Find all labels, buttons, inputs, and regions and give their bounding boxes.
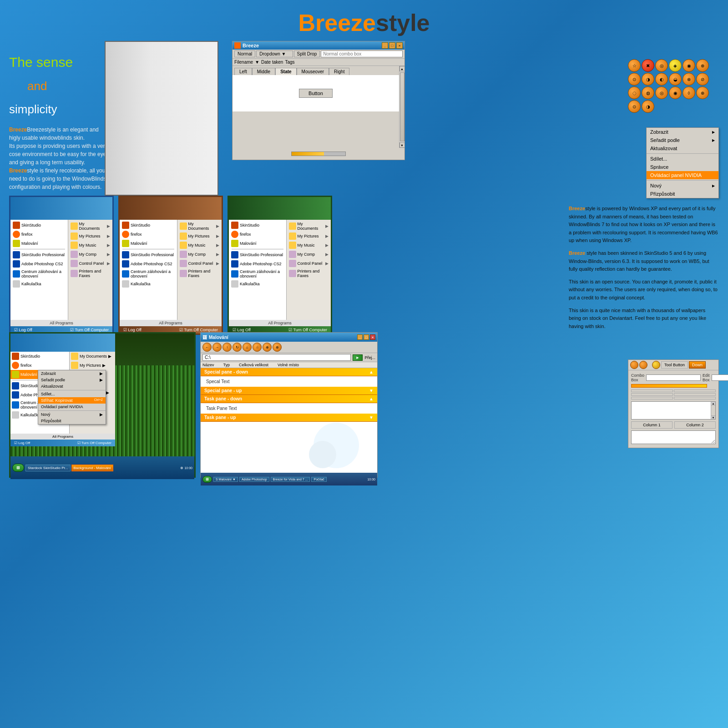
fm-start-btn[interactable]: ⊞	[202, 476, 212, 483]
fm-pane-special-up[interactable]: Special pane - up ▼	[201, 387, 377, 395]
ctx-spravce[interactable]: Správce	[647, 163, 718, 171]
fm-maximize-btn[interactable]: □	[364, 334, 369, 340]
tp-grid-btn2[interactable]	[674, 389, 716, 392]
sm-2-all-programs[interactable]: All Programs	[120, 320, 222, 326]
ctx-nvidia[interactable]: Ovládací panel NVIDIA	[647, 171, 718, 179]
sm-3-ss-pro[interactable]: SkinStudio Professional	[230, 250, 285, 259]
fm-refresh-btn[interactable]: ↻	[233, 343, 242, 352]
tp-scroll-thumb[interactable]	[711, 405, 715, 415]
ts-ctx-seradit[interactable]: Seřadit podle▶	[38, 377, 106, 383]
combo-input[interactable]	[321, 51, 403, 57]
sm-2-mydocs[interactable]: My Documents ▶	[178, 221, 221, 232]
ts-log-off[interactable]: ☑ Log Off	[14, 441, 30, 445]
ctx-novy[interactable]: Nový▶	[647, 182, 718, 190]
sm-2-ss-pro[interactable]: SkinStudio Professional	[121, 250, 176, 259]
tp-scroll-up[interactable]: ▲	[711, 402, 715, 405]
icon-15[interactable]: ◎	[655, 86, 668, 99]
ts-ctx-zobrazit[interactable]: Zobrazit▶	[38, 370, 106, 377]
tp-combo-input[interactable]	[646, 374, 701, 381]
tab-left[interactable]: Left	[234, 68, 252, 75]
icon-14[interactable]: ◍	[642, 86, 654, 99]
scroll-up-btn[interactable]: ▲	[399, 66, 405, 71]
fm-address-input[interactable]	[202, 354, 351, 361]
sm-printers[interactable]: Printers and Faxes	[69, 268, 111, 279]
sm-3-mypics[interactable]: My Pictures ▶	[288, 232, 330, 241]
sm-3-firefox[interactable]: firefox	[230, 230, 285, 239]
icon-8[interactable]: ◑	[642, 73, 654, 86]
fm-close-btn[interactable]: ×	[370, 334, 375, 340]
ctx-seradit[interactable]: Seřadit podle▶	[647, 136, 718, 144]
sm-kalk[interactable]: Kalkulačka	[11, 279, 67, 288]
ts-ctx-kategorie[interactable]: Sdílet...	[38, 391, 106, 397]
tp-textarea[interactable]	[631, 430, 716, 444]
sm-2-firefox[interactable]: firefox	[121, 230, 176, 239]
ts-sm-mydocs[interactable]: My Documents▶	[70, 352, 115, 361]
breeze-button[interactable]: Button	[299, 89, 333, 98]
ts-task-stardock[interactable]: Stardock SkinStudio Pr...	[25, 465, 71, 471]
sm-3-turn-off[interactable]: ☑ Turn Off Computer	[288, 328, 327, 332]
tp-scrollbar[interactable]: ▲ ▼	[711, 402, 715, 419]
fm-pane-task-down[interactable]: Task pane - down ▲	[201, 395, 377, 403]
sm-3-mycomp[interactable]: My Comp ▶	[288, 250, 330, 259]
maximize-btn[interactable]: □	[389, 42, 395, 49]
ts-ctx-kopirovat[interactable]: Stříhat: Kopirovat Ctrl+Z	[38, 397, 106, 404]
sm-3-photoshop[interactable]: Adobe Photoshop CS2	[230, 259, 285, 268]
tp-grid-btn6[interactable]	[674, 397, 716, 399]
icon-5[interactable]: ◉	[682, 59, 695, 72]
sm-turn-off[interactable]: ☑ Turn Off Computer	[70, 328, 109, 332]
tab-right[interactable]: Right	[329, 68, 349, 75]
fm-icon7[interactable]: ⊕	[263, 343, 272, 352]
ctx-aktualizovat[interactable]: Aktualizovat	[647, 144, 718, 152]
tp-tool-button[interactable]: Tool Button	[661, 361, 688, 369]
ts-turn-off[interactable]: ☑ Turn Off Computer	[77, 441, 111, 445]
icon-9[interactable]: ◐	[655, 73, 668, 86]
sm-3-malovani[interactable]: Malování	[230, 239, 285, 248]
sm-2-mymusic[interactable]: My Music ▶	[178, 241, 221, 250]
icon-20[interactable]: ◑	[642, 100, 654, 113]
ts-ctx-prizpusobit[interactable]: Přizpůsobit	[38, 418, 106, 424]
sm-3-ctrlpanel[interactable]: Control Panel ▶	[288, 259, 330, 268]
icon-4[interactable]: ◈	[669, 59, 682, 72]
sm-3-all-programs[interactable]: All Programs	[229, 320, 331, 326]
sm-3-mydocs[interactable]: My Documents ▶	[288, 221, 330, 232]
scroll-down-btn[interactable]: ▼	[399, 142, 405, 148]
scrollbar-vertical[interactable]: ▲ ▼	[399, 66, 404, 148]
fm-fwd-btn[interactable]: →	[212, 343, 222, 352]
ts-sm-firefox[interactable]: firefox	[10, 361, 69, 370]
fm-pane-special-down[interactable]: Special pane - down ▲	[201, 368, 377, 376]
sm-3-skinstudio[interactable]: SkinStudio	[230, 221, 285, 230]
sm-3-kalk[interactable]: Kalkulačka	[230, 279, 285, 288]
tp-grid-btn5[interactable]	[631, 397, 673, 399]
sm-2-mypics[interactable]: My Pictures ▶	[178, 232, 221, 241]
minimize-btn[interactable]: _	[382, 42, 388, 49]
ts-ctx-nvidia[interactable]: Ovládací panel NVIDIA	[38, 404, 106, 410]
sm-2-centrum[interactable]: Centrum zálohování a obnovení	[121, 268, 176, 279]
icon-7[interactable]: ⊙	[628, 73, 641, 86]
sm-mycomp[interactable]: My Comp ▶	[69, 250, 111, 259]
tp-scroll-down[interactable]: ▼	[711, 415, 715, 419]
icon-1[interactable]: ☆	[628, 59, 641, 72]
icon-6[interactable]: ⊕	[696, 59, 709, 72]
sm-2-skinstudio[interactable]: SkinStudio	[121, 221, 176, 230]
ts-sm-mypics[interactable]: My Pictures▶	[70, 361, 115, 370]
sm-3-printers[interactable]: Printers and Faxes	[288, 268, 330, 279]
sm-skinstudio[interactable]: SkinStudio	[11, 221, 67, 230]
tp-down-button[interactable]: Down	[689, 361, 706, 369]
sm-2-log-off[interactable]: ☑ Log Off	[123, 328, 142, 332]
sm-mypics[interactable]: My Pictures ▶	[69, 232, 111, 241]
icon-11[interactable]: ⊗	[682, 73, 695, 86]
icon-18[interactable]: ⊕	[696, 86, 709, 99]
tab-middle[interactable]: Middle	[252, 68, 275, 75]
fm-go-btn[interactable]: ►	[353, 354, 363, 361]
tp-edit-input[interactable]	[712, 374, 728, 381]
icon-3[interactable]: ◎	[655, 59, 668, 72]
sm-2-photoshop[interactable]: Adobe Photoshop CS2	[121, 259, 176, 268]
fm-task-photoshop[interactable]: Adobe Photoshop	[239, 477, 269, 482]
fm-task-pocitac[interactable]: Počítač	[311, 477, 326, 482]
tab-state[interactable]: State	[275, 68, 296, 75]
sm-mydocs[interactable]: My Documents ▶	[69, 221, 111, 232]
sm-2-ctrlpanel[interactable]: Control Panel ▶	[178, 259, 221, 268]
sm-all-programs[interactable]: All Programs	[10, 320, 112, 326]
fm-up-btn[interactable]: ↑	[222, 343, 232, 352]
sm-2-turn-off[interactable]: ☑ Turn Off Computer	[179, 328, 218, 332]
